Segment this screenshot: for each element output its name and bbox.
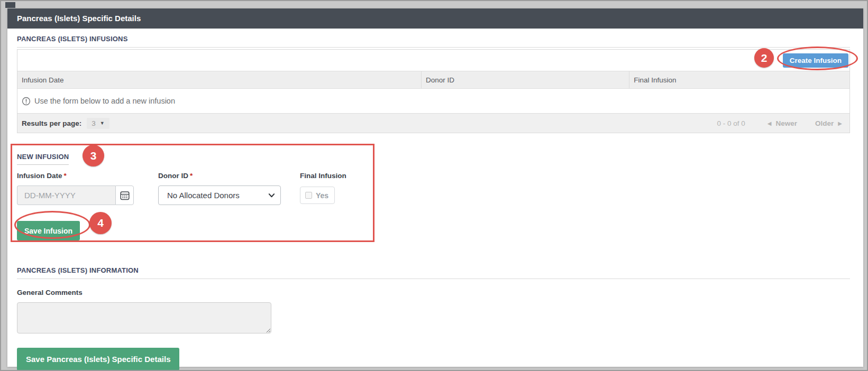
cropped-ui-fragment (5, 2, 15, 8)
infusion-date-input[interactable] (17, 186, 115, 205)
information-section-title: PANCREAS (ISLETS) INFORMATION (17, 266, 850, 279)
infusions-table: Create Infusion Infusion Date Donor ID F… (17, 49, 850, 133)
infusion-date-label: Infusion Date* (17, 172, 134, 180)
results-per-page-dropdown[interactable]: 3 ▼ (87, 118, 109, 129)
results-per-page-value: 3 (92, 119, 96, 127)
donor-id-field: Donor ID* No Allocated Donors (158, 172, 281, 205)
donor-id-select[interactable]: No Allocated Donors (158, 186, 281, 205)
page-title: Pancreas (Islets) Specific Details (7, 8, 863, 29)
donor-id-selected-value: No Allocated Donors (167, 191, 268, 200)
final-infusion-label: Final Infusion (300, 172, 346, 180)
older-page-button[interactable]: Older ▶ (815, 119, 842, 127)
new-infusion-form: NEW INFUSION Infusion Date* (17, 133, 850, 240)
create-infusion-button[interactable]: Create Infusion (783, 53, 848, 68)
pagination-range: 0 - 0 of 0 (717, 119, 745, 127)
infusion-date-field: Infusion Date* (17, 172, 134, 205)
infusions-section-title: PANCREAS (ISLETS) INFUSIONS (17, 35, 850, 48)
new-infusion-title: NEW INFUSION (17, 153, 69, 165)
final-infusion-checkbox-group[interactable]: Yes (300, 187, 335, 204)
new-infusion-fields: Infusion Date* (17, 172, 850, 205)
older-label: Older (815, 119, 834, 127)
general-comments-textarea[interactable] (17, 302, 271, 333)
column-header-final-infusion: Final Infusion (629, 71, 849, 88)
donor-id-label: Donor ID* (158, 172, 281, 180)
arrow-right-icon: ▶ (838, 120, 842, 126)
save-infusion-button[interactable]: Save Infusion (17, 221, 80, 240)
pancreas-details-panel: Pancreas (Islets) Specific Details PANCR… (7, 8, 863, 367)
required-asterisk: * (190, 172, 193, 180)
info-circle-icon (22, 97, 31, 106)
final-infusion-checkbox[interactable] (305, 192, 312, 199)
newer-label: Newer (776, 119, 798, 127)
arrow-left-icon: ◀ (768, 120, 772, 126)
save-pancreas-details-button[interactable]: Save Pancreas (Islets) Specific Details (17, 348, 179, 370)
panel-content: PANCREAS (ISLETS) INFUSIONS Create Infus… (7, 35, 863, 370)
final-infusion-field: Final Infusion Yes (300, 172, 346, 205)
column-header-donor-id: Donor ID (421, 71, 629, 88)
newer-page-button[interactable]: ◀ Newer (768, 119, 797, 127)
column-header-infusion-date: Infusion Date (17, 71, 421, 88)
infusions-table-header-row: Infusion Date Donor ID Final Infusion (17, 71, 849, 89)
required-asterisk: * (64, 172, 67, 180)
calendar-icon (120, 190, 130, 201)
final-infusion-checkbox-label: Yes (316, 191, 328, 200)
empty-state-row: Use the form below to add a new infusion (17, 89, 849, 113)
results-per-page-label: Results per page: (22, 119, 81, 127)
chevron-down-icon: ▼ (100, 120, 105, 126)
infusions-table-toolbar: Create Infusion (17, 50, 849, 71)
general-comments-label: General Comments (17, 289, 850, 296)
empty-state-message: Use the form below to add a new infusion (34, 97, 175, 105)
pagination-controls: 0 - 0 of 0 ◀ Newer Older ▶ (717, 119, 843, 127)
pagination-bar: Results per page: 3 ▼ 0 - 0 of 0 ◀ Newer… (17, 113, 849, 133)
chevron-down-icon (268, 192, 275, 199)
calendar-picker-button[interactable] (115, 186, 134, 205)
